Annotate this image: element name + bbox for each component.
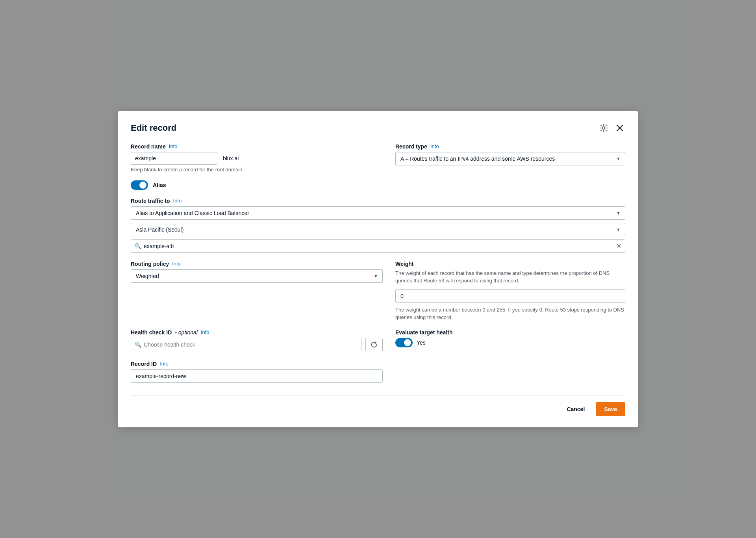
route-traffic-target-select-wrapper: Alias to Application and Classic Load Ba… (131, 206, 625, 220)
route-traffic-label: Route traffic to Info (131, 198, 625, 204)
routing-policy-info-link[interactable]: Info (172, 261, 181, 267)
weight-description: The weight of each record that has the s… (395, 269, 625, 285)
health-check-input[interactable] (131, 338, 361, 351)
record-id-info-link[interactable]: Info (160, 361, 169, 367)
health-check-row: Health check ID - optional Info 🔍 (131, 329, 625, 353)
route-traffic-region-select-wrapper: Asia Pacific (Seoul) (131, 223, 625, 236)
edit-record-modal: Edit record Record name (118, 111, 638, 427)
route-traffic-region-wrapper: Asia Pacific (Seoul) (131, 223, 625, 236)
alias-row: Alias (131, 180, 625, 190)
alias-label: Alias (153, 182, 166, 188)
domain-suffix: .blux.ai (221, 155, 239, 161)
health-check-input-row: 🔍 (131, 338, 383, 351)
cancel-button[interactable]: Cancel (560, 403, 591, 416)
route-traffic-section: Route traffic to Info Alias to Applicati… (131, 198, 625, 253)
routing-weight-row: Routing policy Info Weighted Weight The … (131, 261, 625, 321)
record-name-col: Record name Info .blux.ai Keep blank to … (131, 143, 383, 173)
save-button[interactable]: Save (596, 402, 625, 416)
health-check-col: Health check ID - optional Info 🔍 (131, 329, 383, 353)
record-type-select[interactable]: A – Routes traffic to an IPv4 address an… (395, 152, 625, 165)
route-traffic-target-select[interactable]: Alias to Application and Classic Load Ba… (131, 206, 625, 220)
record-id-label: Record ID Info (131, 361, 625, 367)
record-type-col: Record type Info A – Routes traffic to a… (395, 143, 625, 173)
evaluate-target-row: Yes (395, 338, 625, 347)
health-check-search-wrapper: 🔍 (131, 338, 361, 351)
weight-col: Weight The weight of each record that ha… (395, 261, 625, 321)
health-check-optional: - optional (175, 329, 198, 336)
record-name-input[interactable] (131, 152, 217, 165)
close-button[interactable] (614, 122, 625, 134)
route-traffic-info-link[interactable]: Info (173, 198, 182, 204)
route-traffic-region-select[interactable]: Asia Pacific (Seoul) (131, 223, 625, 236)
weight-hint: The weight can be a number between 0 and… (395, 306, 625, 321)
alias-toggle-slider (131, 180, 148, 190)
record-name-info-link[interactable]: Info (169, 143, 178, 149)
modal-footer: Cancel Save (131, 395, 625, 416)
svg-point-0 (602, 127, 605, 129)
modal-header: Edit record (131, 122, 625, 134)
route-traffic-target-wrapper: Alias to Application and Classic Load Ba… (131, 206, 625, 220)
evaluate-target-label: Evaluate target health (395, 329, 625, 336)
evaluate-target-value: Yes (417, 339, 426, 346)
routing-policy-col: Routing policy Info Weighted (131, 261, 383, 321)
evaluate-target-col: Evaluate target health Yes (395, 329, 625, 353)
modal-header-actions (598, 122, 625, 134)
health-check-refresh-button[interactable] (365, 338, 383, 351)
record-id-section: Record ID Info (131, 361, 625, 383)
health-check-label: Health check ID - optional Info (131, 329, 383, 336)
weight-label: Weight (395, 261, 625, 267)
route-traffic-search-input[interactable] (131, 239, 625, 253)
alias-toggle[interactable] (131, 180, 148, 190)
record-name-hint: Keep blank to create a record for the ro… (131, 167, 383, 173)
evaluate-target-toggle[interactable] (395, 338, 413, 347)
routing-policy-label: Routing policy Info (131, 261, 383, 267)
route-traffic-search-wrapper: 🔍 ✕ (131, 239, 625, 253)
weight-input[interactable] (395, 289, 625, 303)
record-name-label: Record name Info (131, 143, 383, 150)
record-type-info-link[interactable]: Info (430, 143, 439, 149)
record-name-row: .blux.ai (131, 152, 383, 165)
modal-overlay: Edit record Record name (0, 0, 756, 538)
route-traffic-clear-button[interactable]: ✕ (616, 243, 621, 249)
evaluate-target-toggle-slider (395, 338, 413, 347)
routing-policy-select[interactable]: Weighted (131, 269, 383, 283)
record-type-select-wrapper: A – Routes traffic to an IPv4 address an… (395, 152, 625, 165)
record-type-label: Record type Info (395, 143, 625, 150)
modal-title: Edit record (131, 123, 176, 133)
health-check-info-link[interactable]: Info (201, 329, 209, 335)
record-id-input[interactable] (131, 369, 383, 383)
routing-policy-select-wrapper: Weighted (131, 269, 383, 283)
settings-button[interactable] (598, 122, 610, 134)
record-name-record-type-row: Record name Info .blux.ai Keep blank to … (131, 143, 625, 173)
